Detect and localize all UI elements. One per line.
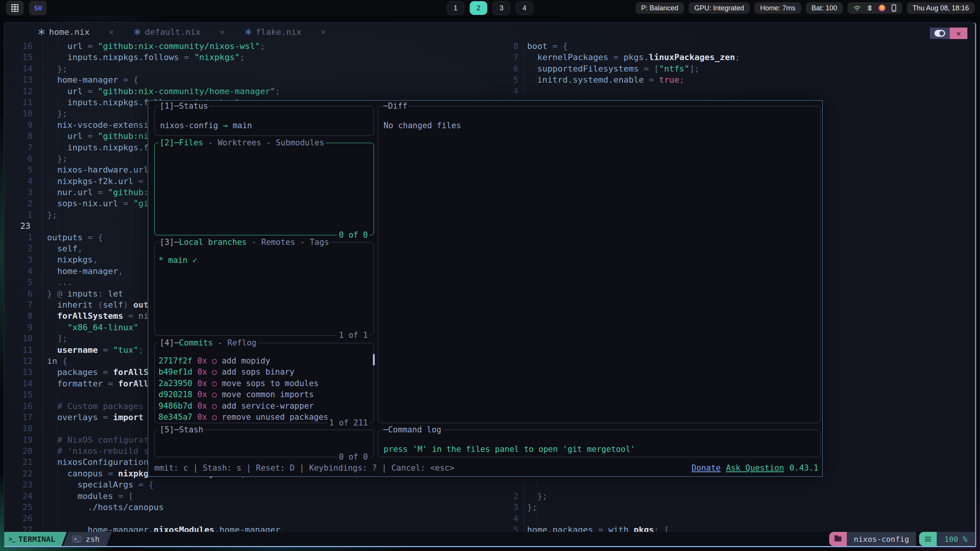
code-text: username = "tux"; [47,345,144,356]
lazygit-bottom-bar: mmit: c | Stash: s | Reset: D | Keybindi… [154,463,818,473]
line-number: 26 [20,514,33,525]
line-number: 16 [20,401,33,412]
panel-count: 0 of 0 [337,452,370,462]
line-number: 13 [20,75,33,86]
tab-close-icon[interactable]: × [220,27,225,37]
code-text: boot = { [527,41,568,52]
line-number: 7 [20,300,33,311]
line-number: 18 [20,424,33,435]
workspace-button-4[interactable]: 4 [516,1,533,15]
panel-count: 0 of 0 [337,230,370,240]
lazygit-files-panel[interactable]: [2]─Files - Worktrees - Submodules 0 of … [154,143,374,235]
code-line[interactable]: 12 url = "github:nix-community/home-mana… [4,86,502,98]
lazygit-commits-panel[interactable]: [4]─Commits - Reflog 2717f2f0x○add mopid… [154,343,374,423]
lazygit-command-log-panel[interactable]: ─Command log press 'M' in the files pane… [378,430,821,457]
line-number: 15 [20,52,33,64]
workspace-button-2[interactable]: 2 [470,1,487,15]
tab-label: home.nix [49,27,90,37]
code-line[interactable]: 5 initrd.systemd.enable = true; [505,75,972,86]
hotspot-icon[interactable] [879,5,885,11]
window-controls: × [930,28,967,39]
code-line[interactable]: 14 }; [4,64,502,75]
nix-snowflake-icon [245,28,252,36]
window-close-button[interactable]: × [950,28,967,39]
pin-toggle[interactable] [930,28,950,39]
line-number: 7 [511,52,518,64]
commit-author: 0x [198,367,207,377]
code-text: in { [47,356,67,367]
line-number: 10 [20,334,33,345]
commit-item[interactable]: b49ef1d0x○add sops binary [158,367,371,378]
wifi-icon[interactable] [853,4,861,12]
code-line[interactable]: 27 home-manager.nixosModules.home-manage… [4,525,502,532]
wezterm-icon[interactable]: $W [29,1,47,15]
code-line[interactable]: 7 kernelPackages = pkgs.linuxPackages_ze… [505,52,972,64]
code-line[interactable]: 16 url = "github:nix-community/nixos-wsl… [4,41,502,52]
shell-tab[interactable]: >_ zsh [63,532,112,546]
battery-pill: Bat: 100 [806,2,843,14]
tab-close-icon[interactable]: × [109,27,114,37]
code-line[interactable]: 4 [505,514,972,525]
code-line[interactable]: 13 home-manager = { [4,75,502,86]
line-number: 5 [511,75,518,86]
code-line[interactable]: 6 supportedFilesystems = ["ntfs"]; [505,64,972,75]
phone-icon[interactable] [891,4,897,12]
tab-default-nix[interactable]: default.nix× [124,23,235,41]
lazygit-status-panel[interactable]: [1]─Status nixos-config → main [154,106,374,136]
line-number: 9 [20,323,33,334]
commit-item[interactable]: 2717f2f0x○add mopidy [158,355,371,367]
ask-question-link[interactable]: Ask Question [726,463,784,473]
commit-message: move sops to modules [222,379,318,388]
lazygit-diff-panel[interactable]: ─Diff No changed files [378,106,821,423]
clock[interactable]: Thu Aug 08, 18:16 [907,2,975,14]
lazygit-stash-panel[interactable]: [5]─Stash 0 of 0 [154,430,374,457]
code-line[interactable]: 23 specialArgs = { [4,480,502,491]
line-number: 8 [511,41,518,52]
code-text: initrd.systemd.enable = true; [527,75,684,86]
donate-link[interactable]: Donate [692,463,721,473]
line-number: 1 [20,210,33,221]
code-line[interactable]: 5home.packages = with pkgs; [ [505,525,972,532]
scrollbar-thumb[interactable] [373,354,375,365]
code-line[interactable]: 25 ./hosts/canopus [4,502,502,514]
code-line[interactable]: 2 }; [505,491,972,502]
code-text: # Custom packages [47,401,144,412]
commit-bullet-icon: ○ [212,412,217,422]
line-number: 4 [20,266,33,277]
workspace-button-3[interactable]: 3 [493,1,510,15]
tab-flake-nix[interactable]: flake.nix× [235,23,335,41]
commit-item[interactable]: 9486b7d0x○add service-wrapper [158,401,371,412]
code-line[interactable]: 3}; [505,502,972,514]
lazygit-branches-panel[interactable]: [3]─Local branches - Remotes - Tags * ma… [154,242,374,336]
commit-message: move common imports [222,390,314,399]
line-number: 14 [20,64,33,75]
code-line[interactable]: 4 [505,86,972,98]
app-grid-icon[interactable] [6,1,24,15]
line-number: 15 [20,390,33,401]
panel-title: [1]─Status [158,101,209,111]
bluetooth-icon[interactable] [867,4,873,12]
tab-close-icon[interactable]: × [320,27,325,37]
commit-message: add mopidy [222,356,270,365]
code-text: home-manager, [47,266,123,277]
commit-hash: 8e345a7 [158,412,193,422]
branch-item[interactable]: * main ✓ [158,256,197,265]
code-text: }; [47,64,67,75]
shell-prompt-icon: >_ [72,536,81,543]
latency-pill: Home: 7ms [755,2,801,14]
workspace-button-1[interactable]: 1 [447,1,464,15]
code-text: specialArgs = { [47,480,154,491]
commit-item[interactable]: d9202180x○move common imports [158,389,371,400]
code-line[interactable]: 24 modules = [ [4,491,502,502]
code-text: kernelPackages = pkgs.linuxPackages_zen; [527,52,740,64]
code-line[interactable]: 15 inputs.nixpkgs.follows = "nixpkgs"; [4,52,502,64]
commit-bullet-icon: ○ [212,367,217,377]
code-line[interactable]: 26 [4,514,502,525]
terminal-window: home.nix×default.nix×flake.nix× × 16 url… [4,22,976,547]
commit-item[interactable]: 2a239500x○move sops to modules [158,378,371,389]
code-line[interactable]: 8boot = { [505,41,972,52]
diff-content: No changed files [384,121,461,130]
scroll-badge [919,532,937,546]
commit-author: 0x [198,379,207,388]
tab-home-nix[interactable]: home.nix× [28,23,124,41]
